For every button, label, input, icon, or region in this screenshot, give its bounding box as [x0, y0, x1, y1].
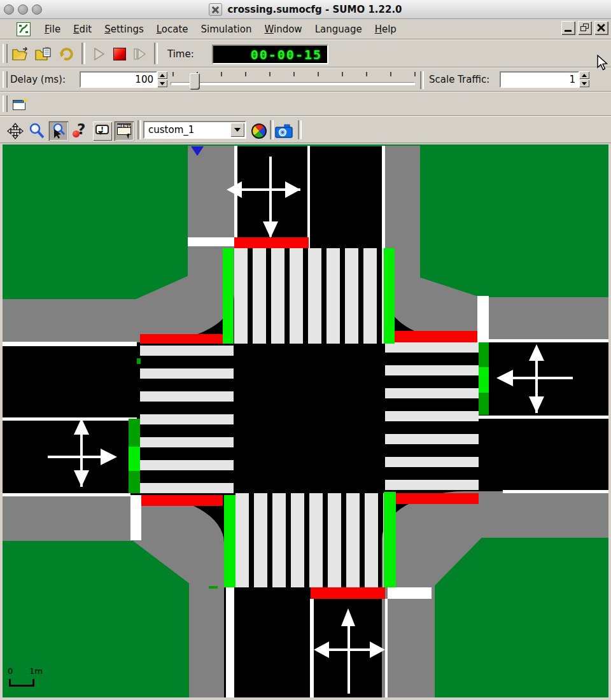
grass-nw [3, 146, 188, 299]
menu-window[interactable]: Window [258, 21, 308, 38]
scale-traffic-input[interactable] [500, 71, 579, 88]
time-value: 00-00-15 [251, 47, 322, 62]
time-label: Time: [167, 48, 194, 60]
open-folder-icon [12, 47, 29, 61]
open-network-folder-icon [35, 47, 52, 61]
time-display: 00-00-15 [212, 45, 328, 64]
recenter-arrows-icon [7, 123, 24, 139]
signal-green-east [479, 393, 489, 415]
play-button[interactable] [89, 44, 109, 64]
minimize-button[interactable] [561, 21, 575, 35]
restore-button[interactable] [578, 21, 592, 35]
delay-input[interactable] [80, 71, 157, 88]
edit-coloring-button[interactable] [249, 121, 269, 141]
road-marking [226, 587, 234, 697]
color-wheel-icon [251, 123, 267, 139]
menu-settings[interactable]: Settings [98, 21, 150, 38]
view-scheme-value: custom_1 [144, 124, 230, 136]
signal-green-east [479, 342, 489, 367]
magnifier-cursor-icon [50, 123, 67, 139]
signal-tick [209, 586, 218, 589]
signal-green-west [129, 447, 140, 471]
signal-green-north-right [384, 248, 395, 344]
chevron-down-icon [234, 128, 241, 132]
camera-icon [275, 123, 293, 139]
crosswalk-south [235, 493, 385, 587]
crosswalk-east [385, 342, 479, 490]
toolbar-file-sim: Time: 00-00-15 [0, 39, 611, 67]
recenter-view-button[interactable] [5, 121, 25, 141]
signal-green-south-right [384, 492, 396, 587]
road-marking [385, 599, 388, 697]
menu-language[interactable]: Language [309, 21, 369, 38]
menu-help[interactable]: Help [369, 21, 403, 38]
signal-green-south-left [224, 495, 235, 587]
new-view-window-icon [13, 97, 28, 111]
tooltip-toggle-button[interactable]: ! [92, 121, 113, 141]
stop-icon [113, 48, 126, 60]
delay-slider-thumb[interactable] [190, 73, 200, 90]
sidewalk-crossing [477, 296, 489, 342]
popup-menu-toggle[interactable]: MENU [114, 121, 134, 141]
scale-one-label: 1m [29, 666, 43, 676]
scale-spin-down[interactable] [579, 80, 589, 87]
step-icon [133, 47, 147, 61]
zoom-button[interactable] [27, 121, 47, 141]
new-view-button[interactable] [10, 94, 31, 115]
locate-help-button[interactable]: ? [70, 121, 90, 141]
step-button[interactable] [130, 44, 150, 64]
delay-slider-ticks [172, 72, 416, 76]
tooltip-bubble-icon: ! [95, 124, 110, 138]
simulation-viewport[interactable]: 0 1m [0, 143, 611, 700]
open-config-button[interactable] [10, 44, 31, 64]
signal-green-north-left [223, 248, 234, 344]
view-toolbar: ? ! MENU custom_1 [0, 116, 611, 143]
stop-button[interactable] [109, 44, 130, 64]
menu-bar: File Edit Settings Locate Simulation Win… [0, 19, 611, 39]
road-marking [3, 342, 137, 346]
question-locate-icon: ? [73, 123, 88, 139]
grass-ne [420, 146, 608, 297]
view-scheme-select[interactable]: custom_1 [143, 121, 246, 139]
toolbar-delay-scale: Delay (ms): Scale Traffic: [0, 67, 611, 92]
crosswalk-west [140, 346, 234, 493]
play-icon [93, 47, 106, 61]
signal-green-west [129, 471, 140, 493]
stop-line-east-top [395, 331, 477, 342]
scale-traffic-label: Scale Traffic: [429, 74, 489, 85]
toolbar-grip[interactable] [3, 71, 8, 88]
sidewalk-crossing [188, 237, 234, 246]
road-marking [3, 417, 137, 421]
sumo-logo-icon [17, 22, 31, 36]
sidewalk-crossing [388, 587, 432, 599]
menu-edit[interactable]: Edit [67, 21, 98, 38]
zoom-style-toggle[interactable] [48, 121, 69, 141]
scale-zero-label: 0 [8, 666, 13, 676]
signal-tick [137, 358, 141, 364]
delay-spin-down[interactable] [157, 80, 167, 87]
menu-file[interactable]: File [38, 21, 67, 38]
x11-icon [209, 3, 222, 16]
reload-button[interactable] [56, 44, 76, 64]
menu-simulation[interactable]: Simulation [195, 21, 258, 38]
reload-icon [59, 46, 74, 62]
stop-line-north [234, 237, 309, 248]
toolbar-grip[interactable] [3, 95, 8, 112]
view-scheme-dropdown-button[interactable] [230, 123, 244, 137]
scale-spin-up[interactable] [579, 71, 589, 79]
window-title: crossing.sumocfg - SUMO 1.22.0 [227, 4, 402, 15]
signal-green-west [129, 419, 140, 447]
delay-label: Delay (ms): [10, 74, 66, 85]
snapshot-button[interactable] [274, 121, 294, 141]
toolbar-grip[interactable] [3, 44, 8, 63]
close-button[interactable] [594, 21, 608, 35]
open-network-button[interactable] [33, 44, 53, 64]
menu-locate[interactable]: Locate [150, 21, 195, 38]
delay-spin-up[interactable] [157, 71, 167, 79]
crosswalk-north [234, 248, 384, 344]
mouse-cursor [597, 55, 608, 71]
grass-se [435, 538, 608, 697]
delay-slider[interactable] [171, 82, 415, 85]
toolbar-views [0, 92, 611, 116]
stop-line-west-top [140, 334, 224, 344]
